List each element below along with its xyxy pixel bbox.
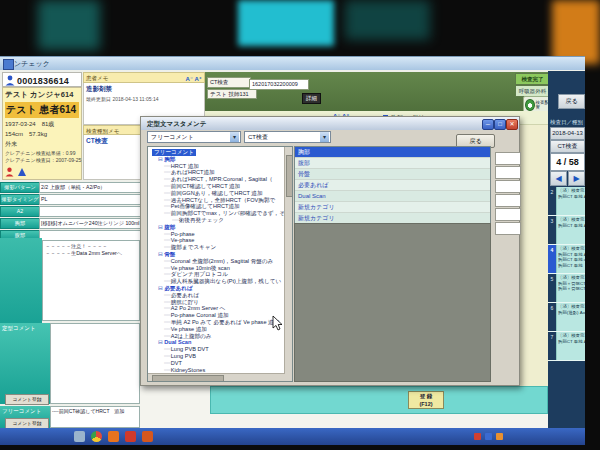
capture-row: 胸部 [移][移]オムニパーク240注シリンジ 100ml	[0, 218, 140, 229]
free-comment-content[interactable]: ----前回CT確認してHRCT 追加	[50, 406, 140, 428]
tray-orange-icon[interactable]	[496, 433, 503, 440]
category-row[interactable]: 胸部	[295, 147, 490, 158]
tree-item[interactable]: 腹部	[150, 224, 292, 231]
category-list[interactable]: 胸部腹部骨盤必要あればDual Scan新規カテゴリ新規カテゴリ	[294, 146, 491, 225]
exam-modality-button[interactable]: CT検査	[550, 140, 585, 153]
tree-item[interactable]: DVT	[150, 360, 292, 367]
maximize-icon[interactable]: □	[494, 119, 506, 130]
history-entry-line: 〔済〕検査完了	[558, 246, 585, 252]
patient-visit-type: 外来	[5, 140, 79, 149]
alert-person-icon[interactable]	[5, 167, 14, 177]
tree-item[interactable]: Dual Scan	[150, 339, 292, 346]
tree-horizontal-scrollbar[interactable]	[148, 373, 285, 381]
creatinine-value: クレアチニン検査結果値：0.99	[5, 150, 79, 156]
operator-field[interactable]: テスト 技師131	[207, 89, 257, 99]
tree-item[interactable]: 前回CT確認してHRCT 追加	[150, 183, 292, 190]
ppt-icon[interactable]	[142, 431, 153, 442]
background-blob-teal	[38, 0, 100, 50]
tray-red-icon[interactable]	[474, 433, 481, 440]
template-comment-content[interactable]	[50, 323, 140, 404]
capture-row-value[interactable]: 2/2 上腹部（単純・A2/Po）	[39, 182, 143, 193]
tree-vertical-scrollbar[interactable]	[284, 147, 292, 381]
history-entry[interactable]: 2 〔済〕検査完了胸部CT 単純 Axial	[548, 187, 585, 216]
tree-item[interactable]: 膀胱に貯り	[150, 299, 292, 306]
tree-item[interactable]: 過去HRCTなし，全肺HRCT（FOV胸郭で	[150, 197, 292, 204]
capture-row-label: 胸部	[0, 218, 40, 229]
tree-item[interactable]: Po-phase Coronal 追加	[150, 312, 292, 319]
sidebar-back-button[interactable]: 戻る	[558, 94, 585, 109]
tree-item[interactable]: フリーコメント	[152, 149, 196, 156]
category-row[interactable]: 必要あれば	[295, 180, 490, 191]
side-field[interactable]	[495, 194, 521, 207]
tree-item[interactable]: Ve phase 追加	[150, 326, 292, 333]
tree-item[interactable]: ダビンチ用プロトコル	[150, 271, 292, 278]
tree-item[interactable]: 必要あれば	[150, 285, 292, 292]
history-entry[interactable]: 7 〔済〕検査完了胸部CT 単純 Axial	[548, 332, 585, 361]
register-button[interactable]: 登 録 (F12)	[408, 391, 444, 409]
scrollbar-thumb[interactable]	[286, 155, 293, 197]
category-row[interactable]: 腹部	[295, 158, 490, 169]
history-entry[interactable]: 6 〔済〕検査完了胸部(造影) Axial／胸	[548, 303, 585, 332]
tree-item[interactable]: A2は上腹部のみ	[150, 333, 292, 340]
history-entry[interactable]: 4 〔済〕検査完了胸部CT 単純 Axial／胸部CT 単純 coronal／胸…	[548, 245, 585, 274]
tree-item[interactable]: Coronal 全腹部(2mm)，Sagittal 骨盤のみ	[150, 258, 292, 265]
orange-app-icon[interactable]	[108, 431, 119, 442]
tray-blue-icon[interactable]	[485, 433, 492, 440]
red-app-icon[interactable]	[125, 431, 136, 442]
template-comment-register-button[interactable]: コメント登録	[5, 394, 49, 405]
tree-item[interactable]: 骨盤	[150, 251, 292, 258]
category-combo[interactable]: フリーコメント	[147, 131, 241, 143]
side-field[interactable]	[495, 152, 521, 165]
close-icon[interactable]: ✕	[506, 119, 518, 130]
side-field[interactable]	[495, 180, 521, 193]
exam-date-button[interactable]: 2018-04-13	[550, 127, 585, 140]
exam-date-type-label: 検査日／種別	[550, 119, 583, 126]
tree-item[interactable]: 胸部	[150, 156, 292, 163]
modality-combo[interactable]: CT検査	[244, 131, 331, 143]
tree-item[interactable]: 必要あれば	[150, 292, 292, 299]
tree-item[interactable]: あればHRCT追加	[150, 169, 292, 176]
accession-field[interactable]: 162017032200009	[249, 79, 309, 90]
category-row[interactable]: Dual Scan	[295, 191, 490, 202]
tree-item[interactable]: Po-phase	[150, 231, 292, 238]
tree-item[interactable]: Pet画像確認してHRCT追加	[150, 203, 292, 210]
prev-exam-button[interactable]: ◀	[550, 171, 567, 186]
tree-item[interactable]: Ve phase 10min後 scan	[150, 265, 292, 272]
tree-item[interactable]: 婦人科系臓器摘出なら(Pt)上腹部，残してい	[150, 278, 292, 285]
scrollbar-thumb[interactable]	[152, 375, 224, 382]
detail-button[interactable]: 詳細	[302, 93, 321, 104]
category-row[interactable]: 骨盤	[295, 169, 490, 180]
history-entry-number: 4	[548, 245, 556, 273]
next-exam-button[interactable]: ▶	[568, 171, 585, 186]
tree-item[interactable]: Lung PVB	[150, 353, 292, 360]
status-done-badge: 検査完了	[515, 73, 550, 85]
history-entry[interactable]: 5 〔済〕検査完了胸部＋骨盤CT(造影) Axial／胸部＋骨盤CT(造影)	[548, 274, 585, 303]
tree-item[interactable]: Ve-phase	[150, 237, 292, 244]
tree-item[interactable]: A2 Po 2mm Server へ	[150, 305, 292, 312]
category-row[interactable]: 新規カテゴリ	[295, 202, 490, 213]
side-field[interactable]	[495, 222, 521, 235]
app-window-icon[interactable]	[74, 431, 85, 442]
tree-item[interactable]: 単純 A2 Po みて 必要あれば Ve phase 追加	[150, 319, 292, 326]
side-field[interactable]	[495, 166, 521, 179]
history-entry-line: 〔済〕検査完了	[558, 275, 585, 281]
chrome-icon[interactable]	[91, 431, 102, 442]
tree-item[interactable]: あればHRCT，MPR:Coronal，Sagittal（	[150, 176, 292, 183]
info-flag-icon[interactable]	[17, 167, 27, 177]
minimize-icon[interactable]: ─	[482, 119, 494, 130]
history-entry[interactable]: 3 〔済〕検査完了胸部CT 単純 Axial	[548, 216, 585, 245]
tree-item[interactable]: 前回GGNあり，確認してHRCT 追加	[150, 190, 292, 197]
tree-item[interactable]: 腹部までスキャン	[150, 244, 292, 251]
tree-item[interactable]: 前回胸部CTでmax，リンパ節確認できず，そ	[150, 210, 292, 217]
exam-history-list[interactable]: 2 〔済〕検査完了胸部CT 単純 Axial 3 〔済〕検査完了胸部CT 単純 …	[548, 187, 585, 428]
tree-item[interactable]: 術後再発チェック	[150, 217, 292, 224]
comment-tree[interactable]: フリーコメント胸部HRCT 追加あればHRCT追加あればHRCT，MPR:Cor…	[147, 146, 293, 382]
capture-row-value[interactable]: PL	[39, 194, 143, 205]
side-field[interactable]	[495, 208, 521, 221]
dialog-titlebar[interactable]: 定型文マスタメンテ ─ □ ✕	[141, 117, 519, 130]
tree-item[interactable]: Lung PVB DVT	[150, 346, 292, 353]
capture-row-value[interactable]	[39, 206, 143, 217]
capture-row-value[interactable]: [移][移]オムニパーク240注シリンジ 100ml	[39, 218, 143, 229]
notes-area[interactable]: －－－－－注意！－－－－－－－－－生Data 2mm Serverへ	[42, 240, 140, 321]
tree-item[interactable]: HRCT 追加	[150, 163, 292, 170]
